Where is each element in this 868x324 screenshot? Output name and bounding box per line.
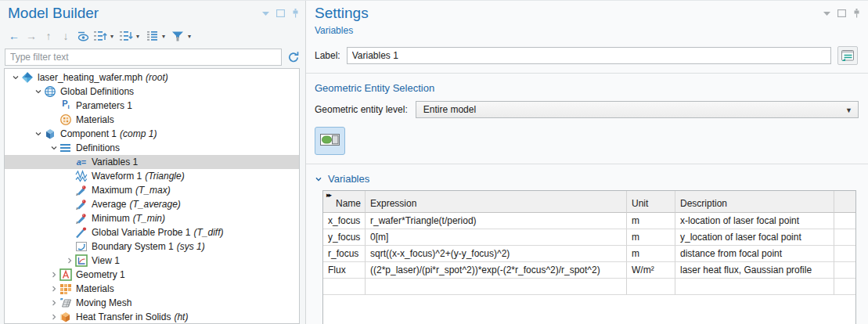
node-label-icon[interactable] <box>145 29 159 43</box>
cell-name[interactable]: r_focus <box>323 246 366 262</box>
column-header-expression[interactable]: Expression <box>366 191 627 213</box>
tree-item-component-1-comp-1[interactable]: Component 1(comp 1) <box>5 127 299 141</box>
cell-name[interactable] <box>323 279 366 295</box>
chevron-right-icon[interactable] <box>49 299 59 307</box>
cell-name[interactable]: y_focus <box>323 229 366 246</box>
tree-item-materials[interactable]: Materials <box>5 282 299 296</box>
cell-description[interactable]: y_location of laser focal point <box>675 229 834 246</box>
active-selection-toggle-button[interactable] <box>315 127 345 155</box>
sort-indicator-icon: ▸▸ <box>326 191 330 199</box>
tree-item-global-variable-probe-1-t-diff[interactable]: Global Variable Probe 1(T_diff) <box>5 225 299 239</box>
tree-item-label: Parameters 1 <box>76 100 132 111</box>
panel-menu-icon[interactable] <box>823 10 830 16</box>
column-header-unit[interactable]: Unit <box>627 191 675 213</box>
cell-expression[interactable]: r_wafer*Triangle(t/period) <box>366 213 627 229</box>
cell-name[interactable]: Flux <box>323 262 366 279</box>
tree-item-geometry-1[interactable]: Geometry 1 <box>5 268 299 282</box>
tree-item-definitions[interactable]: Definitions <box>5 141 299 155</box>
float-icon[interactable] <box>837 9 846 17</box>
tree-item-tag: (T_diff) <box>194 227 224 238</box>
expand-all-icon[interactable] <box>93 29 107 43</box>
rename-icon[interactable] <box>837 46 858 65</box>
tree-item-tag: (ht) <box>174 311 188 322</box>
cell-expression[interactable]: 0[m] <box>366 229 627 246</box>
collapse-all-icon[interactable] <box>119 29 133 43</box>
chevron-right-icon[interactable] <box>64 257 74 265</box>
geometric-entity-level-select[interactable]: Entire model ▼ <box>416 101 859 118</box>
cell-name[interactable]: x_focus <box>323 213 366 229</box>
tree-item-parameters-1[interactable]: PiParameters 1 <box>5 99 299 113</box>
geometric-entity-level-value: Entire model <box>423 104 476 115</box>
chevron-right-icon[interactable] <box>49 313 59 321</box>
filter-icon[interactable] <box>171 29 185 43</box>
cell-blank[interactable] <box>834 279 855 295</box>
tree-item-variables-1[interactable]: a=Variables 1 <box>5 155 299 169</box>
cell-blank[interactable] <box>834 213 855 229</box>
tree-item-average-t-average[interactable]: Average(T_average) <box>5 197 299 211</box>
tree-item-tag: (sys 1) <box>177 241 205 252</box>
cell-unit[interactable]: W/m² <box>627 262 675 279</box>
chevron-down-icon[interactable] <box>49 144 59 152</box>
model-tree: laser_heating_wafer.mph(root)Global Defi… <box>4 68 300 324</box>
tree-item-laser-heating-wafer-mph-root[interactable]: laser_heating_wafer.mph(root) <box>5 70 299 85</box>
cell-unit[interactable] <box>627 279 675 295</box>
column-header-description[interactable]: Description <box>675 191 834 213</box>
cell-description[interactable]: laser heat flux, Gaussian profile <box>675 262 834 279</box>
tree-item-materials[interactable]: Materials <box>5 113 299 127</box>
filter-row <box>0 45 305 68</box>
tree-item-minimum-t-min[interactable]: Minimum(T_min) <box>5 211 299 225</box>
column-header-label: Name <box>336 198 361 209</box>
table-row-x-focus: x_focusr_wafer*Triangle(t/period)mx-loca… <box>323 213 855 229</box>
dropdown-caret-icon[interactable]: ▾ <box>188 33 191 40</box>
cell-unit[interactable]: m <box>627 213 675 229</box>
cell-unit[interactable]: m <box>627 246 675 262</box>
filter-input[interactable] <box>5 49 282 66</box>
column-header-name[interactable]: ▸▸Name <box>323 191 366 213</box>
panel-menu-icon[interactable] <box>262 10 269 16</box>
table-empty-area[interactable] <box>323 295 855 324</box>
pin-icon[interactable] <box>292 9 299 18</box>
back-arrow-icon[interactable]: ← <box>7 29 21 43</box>
pin-icon[interactable] <box>853 9 860 18</box>
chevron-down-icon[interactable] <box>33 88 43 95</box>
dropdown-caret-icon[interactable]: ▾ <box>110 33 113 40</box>
tree-item-moving-mesh[interactable]: Moving Mesh <box>5 296 299 310</box>
show-icon[interactable] <box>76 29 90 43</box>
dropdown-caret-icon[interactable]: ▾ <box>136 33 139 40</box>
move-down-icon[interactable]: ↓ <box>59 29 73 43</box>
float-icon[interactable] <box>276 9 285 17</box>
cell-description[interactable] <box>675 279 834 295</box>
cell-expression[interactable]: sqrt((x-x_focus)^2+(y-y_focus)^2) <box>366 246 627 262</box>
cell-unit[interactable]: m <box>627 229 675 246</box>
tree-item-heat-transfer-in-solids-ht[interactable]: Heat Transfer in Solids(ht) <box>5 310 299 324</box>
chevron-right-icon[interactable] <box>49 285 59 293</box>
probe-icon <box>75 184 88 196</box>
label-row: Label: <box>306 39 868 73</box>
move-up-icon[interactable]: ↑ <box>41 29 56 43</box>
chevron-down-icon[interactable] <box>33 130 43 138</box>
tree-item-label: Component 1 <box>60 128 117 139</box>
section-collapse-chevron-icon[interactable] <box>315 175 322 183</box>
label-input[interactable] <box>347 47 831 64</box>
cell-blank[interactable] <box>834 262 855 279</box>
cell-blank[interactable] <box>834 246 855 262</box>
tree-item-global-definitions[interactable]: Global Definitions <box>5 85 299 99</box>
tree-item-maximum-t-max[interactable]: Maximum(T_max) <box>5 183 299 197</box>
tree-item-label: Materials <box>76 283 114 294</box>
cell-expression[interactable]: ((2*p_laser)/(pi*r_spot^2))*exp(-(2*r_fo… <box>366 262 627 279</box>
view-icon <box>75 254 88 267</box>
cell-blank[interactable] <box>834 229 855 246</box>
dropdown-caret-icon[interactable]: ▾ <box>162 33 165 40</box>
cell-expression[interactable] <box>366 279 627 295</box>
cell-description[interactable]: distance from focal point <box>675 246 834 262</box>
materials-global-icon <box>59 113 72 126</box>
refresh-icon[interactable] <box>287 51 300 63</box>
waveform-icon <box>75 170 88 182</box>
tree-item-view-1[interactable]: View 1 <box>5 254 299 268</box>
cell-description[interactable]: x-location of laser focal point <box>675 213 834 229</box>
tree-item-waveform-1-triangle[interactable]: Waveform 1(Triangle) <box>5 169 299 183</box>
chevron-right-icon[interactable] <box>49 271 59 279</box>
forward-arrow-icon[interactable]: → <box>24 29 38 43</box>
tree-item-boundary-system-1-sys-1[interactable]: Boundary System 1(sys 1) <box>5 239 299 254</box>
chevron-down-icon[interactable] <box>10 74 20 81</box>
